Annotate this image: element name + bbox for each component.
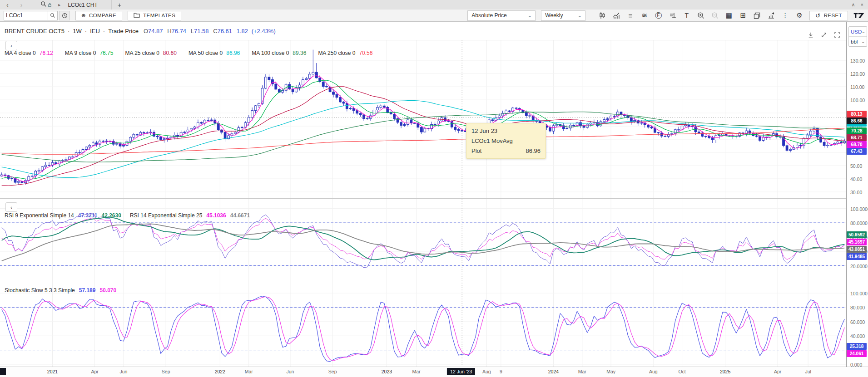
chart-toolbar: ⊕ COMPARE TEMPLATES Absolute Price⌄ Week…	[0, 10, 868, 22]
window-expand-icon[interactable]: ∧	[852, 2, 855, 8]
price-badge: 67.43	[847, 148, 867, 155]
ma-legend-item[interactable]: MA 250 close 070.56	[318, 50, 372, 56]
exchange-label: IEU	[90, 28, 100, 34]
new-tab-button[interactable]: +	[112, 1, 127, 9]
ma-legend-item[interactable]: MA 9 close 076.75	[65, 50, 114, 56]
price-badge: 68.71	[847, 134, 867, 141]
price-mode-select[interactable]: Absolute Price⌄	[467, 10, 536, 21]
currency-select[interactable]: USD ⌄	[849, 27, 867, 37]
duplicate-window-icon[interactable]	[751, 10, 763, 21]
price-badge: 41.9485	[847, 253, 867, 260]
time-axis-label: Aug	[482, 369, 491, 374]
layers-icon[interactable]: ≡	[625, 10, 636, 21]
ma-legend-item[interactable]: MA 50 close 086.96	[188, 50, 240, 56]
unit-select[interactable]: bbl ⌄	[849, 37, 867, 46]
scale-tick: 40.00	[850, 176, 862, 182]
scale-tick: 110.00	[850, 84, 864, 90]
nav-forward-icon[interactable]: ›	[20, 2, 23, 8]
tooltip-row-value: 86.96	[526, 147, 541, 154]
time-axis-label: Sep	[328, 369, 337, 374]
nav-back-icon[interactable]: ‹	[6, 2, 9, 8]
field-label: Trade Price	[108, 28, 139, 34]
download-icon[interactable]	[807, 31, 815, 39]
interval-select[interactable]: Weekly⌄	[541, 10, 585, 21]
ohlc-values: O74.87 H76.74 L71.58 C76.61 1.82 (+2.43%…	[144, 28, 276, 34]
add-panel-icon[interactable]: ⊞	[737, 10, 749, 21]
scale-tick: 80.000	[850, 305, 865, 310]
time-axis-label: 2022	[215, 369, 225, 374]
chevron-down-icon: ⌄	[528, 13, 531, 18]
scale-tick: 100.00	[850, 98, 865, 103]
folder-icon	[134, 12, 140, 19]
time-axis-label: Mar	[245, 369, 253, 374]
chart-corner-tools	[807, 31, 841, 39]
price-badge: 50.6592	[847, 231, 867, 238]
scale-tick: 30.00	[850, 190, 862, 195]
price-chart-canvas[interactable]	[0, 0, 868, 377]
price-rsi-pane-divider[interactable]	[0, 198, 868, 199]
time-axis-label: Oct	[678, 369, 685, 374]
collapse-main-legend-button[interactable]: ‹	[5, 41, 17, 50]
price-scale[interactable]: USD ⌄ bbl ⌄ 130.00120.00110.00100.0090.0…	[847, 22, 868, 367]
time-axis-label: 2025	[720, 369, 730, 374]
plus-circle-icon: ⊕	[81, 12, 86, 19]
ma-legend-item[interactable]: MA 25 close 080.60	[125, 50, 176, 56]
time-axis-label: Mar	[578, 369, 586, 374]
export-chart-icon[interactable]	[765, 10, 777, 21]
settings-gear-icon[interactable]: ⚙	[794, 10, 805, 21]
ma-legend-item[interactable]: MA 4 close 076.12	[5, 50, 53, 56]
zoom-in-icon[interactable]	[695, 10, 706, 21]
reset-undo-icon: ↺	[815, 12, 820, 19]
symbol-input[interactable]	[4, 11, 48, 20]
time-axis-label: Sep	[162, 369, 170, 374]
price-badge: 86.66	[847, 118, 867, 124]
fullscreen-icon[interactable]	[833, 31, 841, 39]
scale-tick: 60.000	[850, 319, 865, 325]
price-badge: 24.061	[847, 350, 867, 357]
expand-pane-icon[interactable]	[820, 31, 828, 39]
unit-selector: USD ⌄ bbl ⌄	[848, 26, 867, 47]
stochastic-legend[interactable]: Stochastic Slow 5 3 3 Simple 57.189 50.0…	[5, 287, 116, 294]
estimates-icon[interactable]: Ⓔ	[653, 10, 664, 21]
text-annotation-icon[interactable]: T	[681, 10, 692, 21]
rsi-legend[interactable]: RSI 9 Exponential Simple 14 47.3211 42.2…	[5, 212, 250, 219]
measure-icon[interactable]	[667, 10, 678, 21]
time-axis[interactable]: 2021AprJunSep2022MarJunSep2023MarAug9202…	[0, 367, 868, 377]
lock-icon	[48, 2, 52, 9]
time-axis-label: Apr	[91, 369, 98, 374]
chevron-down-icon: ⌄	[578, 13, 581, 18]
data-table-icon[interactable]: ▦	[723, 10, 734, 21]
price-badge: 70.28	[847, 127, 867, 134]
waves-overlay-icon[interactable]: ≋	[639, 10, 650, 21]
scale-tick: 100.000	[850, 291, 868, 296]
scale-tick: 50.00	[850, 163, 862, 169]
reset-button[interactable]: ↺ RESET	[809, 11, 848, 20]
time-axis-label: 9	[500, 369, 502, 374]
window-close-icon[interactable]: ×	[861, 2, 863, 8]
more-options-kebab-icon[interactable]: ⋮	[779, 10, 791, 21]
search-icon[interactable]	[40, 1, 47, 9]
tooltip-date: 12 Jun 23	[471, 127, 541, 134]
recent-symbols-clock-icon[interactable]	[59, 11, 70, 20]
collapse-rsi-legend-button[interactable]: ‹	[5, 202, 17, 212]
chevron-down-icon: ⌄	[861, 39, 865, 44]
symbol-header: BRENT CRUDE OCT5 · 1W · IEU · Trade Pric…	[5, 28, 276, 34]
zoom-out-icon[interactable]	[709, 10, 720, 21]
templates-button[interactable]: TEMPLATES	[128, 11, 181, 20]
crosshair-date-badge: 12 Jun '23	[447, 368, 475, 375]
symbol-search-icon[interactable]	[48, 11, 58, 20]
tooltip-row-label: Plot	[471, 147, 481, 154]
tab-bar: ‹ › ▸ LCOc1 CHT + ∧ ×	[0, 0, 868, 10]
tab-lcoc1-cht[interactable]: LCOc1 CHT	[60, 0, 111, 10]
indicators-icon[interactable]	[610, 10, 622, 21]
chart-style-candles-icon[interactable]	[596, 10, 608, 21]
symbol-name: BRENT CRUDE OCT5	[5, 28, 64, 34]
crosshair-tooltip: 12 Jun 23 LCOc1 MovAvg Plot 86.96	[466, 123, 546, 159]
time-axis-label: 2024	[548, 369, 559, 374]
compare-button[interactable]: ⊕ COMPARE	[75, 11, 122, 20]
axis-edge-badge	[0, 368, 6, 375]
ma-legend-item[interactable]: MA 100 close 089.36	[252, 50, 306, 56]
scale-tick: 130.00	[850, 58, 865, 64]
time-axis-label: May	[606, 369, 615, 374]
rsi-stoch-pane-divider[interactable]	[0, 281, 868, 281]
